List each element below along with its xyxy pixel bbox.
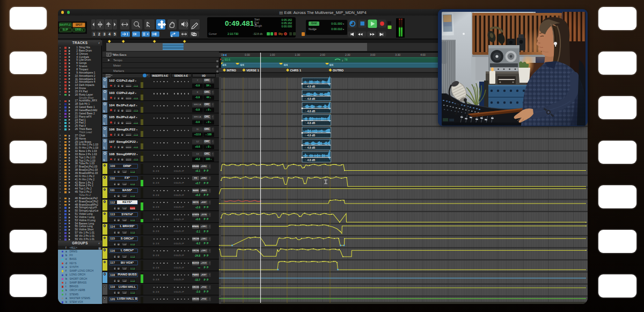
svg-text:↑ -4.8 dB: ↑ -4.8 dB: [305, 122, 316, 125]
svg-text:78: 78: [345, 58, 348, 61]
svg-text:OUTRO: OUTRO: [333, 69, 344, 72]
svg-text:INTRO: INTRO: [227, 69, 237, 72]
svg-text:2:00: 2:00: [320, 53, 325, 56]
svg-text:3: 3: [104, 32, 106, 36]
svg-text:↑ -4.8 dB: ↑ -4.8 dB: [305, 85, 316, 88]
svg-text:4/4: 4/4: [283, 63, 288, 67]
svg-text:1:00: 1:00: [270, 53, 275, 56]
svg-text:4/4: 4/4: [222, 63, 226, 67]
svg-text:↑ -4.8 dB: ↑ -4.8 dB: [305, 159, 316, 162]
svg-text:93.6: 93.6: [225, 58, 231, 61]
svg-text:4/4: 4/4: [240, 63, 244, 67]
svg-text:1:30: 1:30: [295, 53, 300, 56]
svg-text:0:30: 0:30: [245, 53, 250, 56]
svg-text:↑ -4.8 dB: ↑ -4.8 dB: [305, 110, 316, 113]
svg-text:4/4: 4/4: [329, 63, 333, 67]
svg-text:4: 4: [108, 32, 111, 36]
svg-text:3:30: 3:30: [395, 53, 400, 56]
svg-text:CHRS 1: CHRS 1: [290, 69, 302, 72]
svg-text:5: 5: [114, 32, 116, 36]
svg-text:2: 2: [98, 32, 100, 36]
svg-text:VERSE 1: VERSE 1: [246, 69, 259, 72]
svg-text:0: 0: [221, 53, 223, 56]
svg-text:3:00: 3:00: [370, 53, 376, 56]
svg-text:2:30: 2:30: [345, 53, 350, 56]
svg-text:↑ -4.8 dB: ↑ -4.8 dB: [305, 98, 316, 100]
svg-text:4:00: 4:00: [420, 53, 426, 56]
svg-text:↑ -4.8 dB: ↑ -4.8 dB: [305, 147, 316, 149]
svg-text:↑ -4.8 dB: ↑ -4.8 dB: [305, 134, 316, 137]
svg-text:1: 1: [93, 32, 95, 36]
